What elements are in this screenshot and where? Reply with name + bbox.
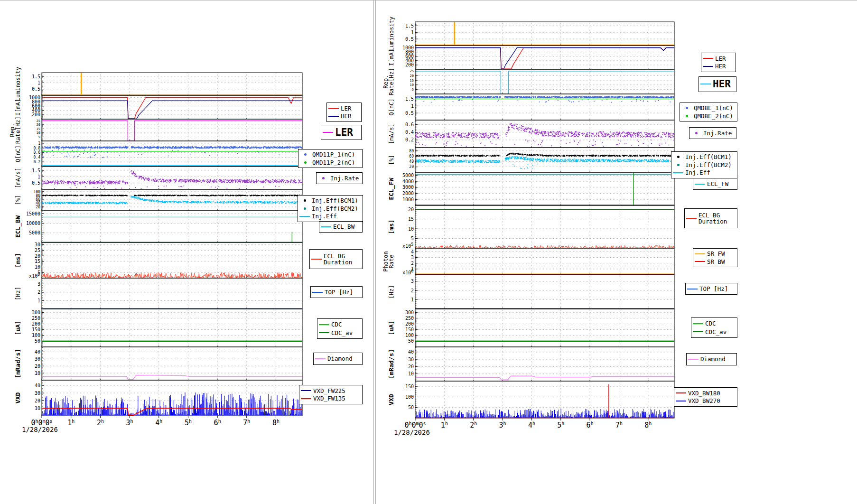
svg-text:1: 1 bbox=[37, 80, 40, 85]
line-marker bbox=[328, 116, 339, 117]
legend-label: VXD_FW135 bbox=[313, 395, 345, 401]
legend-item: SR_BW bbox=[695, 259, 736, 265]
series-ecl-bg-duration bbox=[415, 245, 674, 248]
svg-text:250: 250 bbox=[32, 316, 40, 321]
legend-label: LER bbox=[335, 127, 353, 138]
svg-text:1000: 1000 bbox=[402, 197, 414, 202]
svg-text:20: 20 bbox=[408, 364, 414, 369]
legend-left-inj-rate: Inj.Rate bbox=[316, 172, 363, 184]
legend-item: QMD8E_1(nC) bbox=[681, 105, 736, 111]
x-tick-label: 5h bbox=[185, 419, 192, 427]
legend-label: Inj.Rate bbox=[703, 130, 732, 136]
svg-text:60: 60 bbox=[36, 197, 40, 202]
dot-marker bbox=[299, 199, 310, 202]
legend-right-ler-her: LERHER bbox=[701, 53, 736, 72]
svg-text:1: 1 bbox=[37, 174, 40, 179]
legend-label: TOP [Hz] bbox=[325, 289, 353, 295]
column-right: 1/28/2026 0.511.5Luminosity2004006008001… bbox=[375, 0, 857, 504]
legend-item: LER bbox=[703, 56, 734, 62]
legend-label: CDC bbox=[331, 321, 342, 327]
line-marker bbox=[323, 132, 333, 133]
legend-label: VXD_BW180 bbox=[688, 390, 720, 396]
svg-text:25: 25 bbox=[410, 69, 414, 73]
legend-label: Inj.Eff bbox=[685, 169, 710, 176]
legend-item: LER bbox=[323, 127, 360, 138]
x-tick-label: 3h bbox=[126, 419, 133, 427]
svg-text:40: 40 bbox=[35, 349, 40, 355]
panel-left-luminosity: 0.511.5Luminosity bbox=[15, 67, 302, 101]
svg-text:1000: 1000 bbox=[29, 95, 40, 100]
panel-right-vxd: 50100150VXD bbox=[388, 381, 674, 418]
x-tick-label: 4h bbox=[528, 421, 535, 429]
svg-text:100: 100 bbox=[34, 190, 41, 194]
line-marker bbox=[703, 66, 713, 67]
svg-text:2000: 2000 bbox=[402, 191, 414, 196]
svg-text:I[mA]: I[mA] bbox=[388, 49, 395, 66]
svg-text:2: 2 bbox=[411, 261, 414, 266]
line-marker bbox=[312, 292, 323, 293]
svg-text:VXD: VXD bbox=[14, 392, 21, 404]
svg-text:5000: 5000 bbox=[29, 230, 40, 235]
svg-text:25: 25 bbox=[35, 248, 40, 253]
panel-right-beam-current: 2004006008001000I[mA] bbox=[388, 45, 674, 69]
svg-text:60: 60 bbox=[409, 154, 414, 159]
legend-label: QMD11P_2(nC) bbox=[312, 159, 355, 166]
legend-label: ECL_BW bbox=[333, 224, 354, 230]
svg-text:1: 1 bbox=[38, 141, 40, 146]
panel-left-top: 123[Hz]x106 bbox=[15, 272, 302, 309]
svg-text:150: 150 bbox=[405, 327, 414, 332]
svg-text:x106: x106 bbox=[402, 269, 413, 275]
svg-text:Q[nC]: Q[nC] bbox=[388, 98, 395, 115]
legend-right-qmd8e: QMD8E_1(nC)QMD8E_2(nC) bbox=[680, 103, 737, 121]
svg-text:ECL_FW: ECL_FW bbox=[388, 177, 395, 200]
legend-right-sr: SR_FWSR_BW bbox=[693, 248, 737, 267]
legend-label: CDC_av bbox=[331, 330, 353, 336]
svg-text:5000: 5000 bbox=[402, 173, 414, 178]
legend-right-cdc: CDCCDC_av bbox=[691, 317, 737, 338]
svg-text:10: 10 bbox=[408, 226, 414, 232]
dot-marker bbox=[673, 164, 683, 166]
dot-marker bbox=[681, 115, 692, 117]
svg-text:1: 1 bbox=[411, 103, 414, 109]
dot-marker bbox=[318, 177, 328, 179]
line-marker bbox=[328, 108, 339, 109]
svg-text:1000: 1000 bbox=[402, 45, 414, 50]
svg-text:20: 20 bbox=[408, 207, 414, 212]
line-marker bbox=[693, 323, 703, 324]
beam-monitor-dashboard: 1/28/2026 0.511.5Luminosity2004006008001… bbox=[0, 0, 857, 504]
x-tick-label: 2h bbox=[470, 421, 477, 429]
x-tick-label: 5h bbox=[557, 421, 564, 429]
x-tick-label: 4h bbox=[155, 419, 162, 427]
legend-item: ECL BG Duration bbox=[686, 212, 736, 224]
legend-item: CDC_av bbox=[319, 330, 361, 336]
svg-text:3: 3 bbox=[411, 279, 414, 284]
svg-text:15: 15 bbox=[37, 127, 40, 131]
legend-label: HER bbox=[341, 113, 352, 119]
line-marker bbox=[319, 332, 329, 333]
legend-label: QMD11P_1(nC) bbox=[312, 151, 355, 158]
svg-text:0.6: 0.6 bbox=[405, 122, 414, 127]
svg-text:10: 10 bbox=[35, 264, 40, 270]
legend-left-top: TOP [Hz] bbox=[310, 286, 363, 298]
svg-text:Q[nC]: Q[nC] bbox=[15, 145, 21, 162]
svg-text:[mRad/s]: [mRad/s] bbox=[14, 349, 21, 379]
svg-text:[mA/s]: [mA/s] bbox=[388, 123, 395, 144]
x-tick-label: 8h bbox=[644, 421, 652, 429]
svg-text:40: 40 bbox=[409, 159, 414, 164]
svg-text:10: 10 bbox=[410, 83, 414, 87]
legend-label: CDC bbox=[705, 320, 716, 327]
legend-left-cdc: CDCCDC_av bbox=[317, 318, 363, 339]
panel-left-diamond: 10203040[mRad/s] bbox=[14, 347, 302, 380]
svg-text:1.5: 1.5 bbox=[405, 96, 414, 102]
legend-item: Inj.Eff(BCM1) bbox=[299, 197, 361, 204]
svg-text:10000: 10000 bbox=[26, 221, 40, 226]
line-marker bbox=[695, 261, 705, 262]
svg-text:40: 40 bbox=[35, 383, 40, 388]
x-tick-label: 1h bbox=[67, 419, 75, 427]
legend-label: Inj.Eff(BCM2) bbox=[685, 162, 732, 168]
dot-marker bbox=[681, 107, 692, 109]
line-marker bbox=[695, 253, 705, 254]
svg-text:[Hz]: [Hz] bbox=[388, 285, 395, 299]
series-inj-eff-bcm1 bbox=[42, 195, 302, 196]
legend-item: Inj.Rate bbox=[691, 130, 735, 136]
